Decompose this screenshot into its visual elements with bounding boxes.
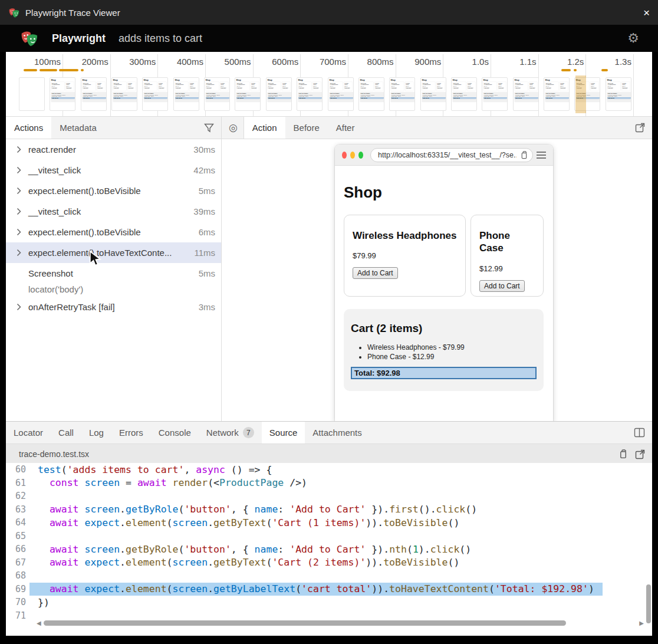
action-row[interactable]: react.render30ms — [6, 139, 221, 160]
thumbnail-cart: Cart (2 items)• Wireless Headphones - $7… — [514, 92, 538, 103]
tab-locator[interactable]: Locator — [6, 422, 51, 443]
tab-network[interactable]: Network7 — [199, 422, 262, 443]
traffic-light-minimize — [350, 152, 355, 159]
chevron-right-icon[interactable] — [17, 228, 28, 236]
thumbnail-cart: Cart (2 items)• Wireless Headphones - $7… — [267, 92, 291, 103]
thumbnail-product-card: Phone Case$12.99Add to Cart — [65, 82, 74, 91]
app-header: Playwright adds items to cart ⚙ — [0, 25, 658, 52]
timeline[interactable]: 100ms200ms300ms400ms500ms600ms700ms800ms… — [6, 52, 652, 117]
tab-actions[interactable]: Actions — [6, 117, 51, 139]
settings-gear-icon[interactable]: ⚙ — [627, 31, 639, 46]
horizontal-scrollbar[interactable]: ◀ ▶ — [6, 619, 652, 627]
timeline-thumbnail[interactable] — [19, 77, 45, 111]
timeline-thumbnail[interactable]: ShopWireless Headphones$79.99Add to Cart… — [111, 77, 137, 111]
timeline-thumbnail[interactable]: ShopWireless Headphones$79.99Add to Cart… — [235, 77, 261, 111]
scroll-left-icon[interactable]: ◀ — [37, 620, 41, 626]
action-row[interactable]: expect.element().toBeVisible5ms — [6, 180, 221, 201]
product-name: Phone Case — [479, 229, 535, 255]
tab-before[interactable]: Before — [285, 117, 328, 139]
open-external-icon[interactable] — [628, 117, 652, 139]
timeline-thumbnail[interactable]: ShopWireless Headphones$79.99Add to Cart… — [420, 77, 446, 111]
line-number: 61 — [6, 478, 29, 488]
thumbnail-shop-heading: Shop — [329, 79, 353, 81]
timeline-thumbnail[interactable]: ShopWireless Headphones$79.99Add to Cart… — [173, 77, 199, 111]
action-row[interactable]: expect.element().toHaveTextConte...11ms — [6, 242, 221, 263]
thumbnail-shop-heading: Shop — [483, 79, 508, 81]
tab-errors[interactable]: Errors — [111, 422, 151, 443]
vertical-scrollbar-thumb[interactable] — [646, 584, 651, 623]
action-row[interactable]: __vitest_click42ms — [6, 160, 221, 180]
copy-url-icon[interactable] — [520, 151, 528, 159]
code-text: await screen.getByRole('button', { name:… — [29, 543, 471, 556]
thumbnail-cart: Cart (2 items)• Wireless Headphones - $7… — [51, 92, 75, 103]
action-row[interactable]: expect.element().toBeVisible6ms — [6, 222, 221, 242]
timeline-action-bar — [574, 69, 577, 71]
timeline-thumbnail[interactable]: ShopWireless Headphones$79.99Add to Cart… — [297, 77, 323, 111]
tab-label: Errors — [119, 428, 143, 438]
tab-source[interactable]: Source — [262, 422, 305, 443]
timeline-thumbnail[interactable]: ShopWireless Headphones$79.99Add to Cart… — [328, 77, 354, 111]
browser-menu-icon[interactable] — [537, 152, 546, 159]
timeline-thumbnail[interactable]: ShopWireless Headphones$79.99Add to Cart… — [358, 77, 384, 111]
action-row[interactable]: Screenshot5ms — [6, 263, 221, 284]
product-card: Wireless Headphones $79.99 Add to Cart — [344, 215, 466, 297]
chevron-right-icon[interactable] — [17, 146, 28, 153]
action-duration: 11ms — [194, 248, 215, 258]
scrollbar-thumb[interactable] — [44, 620, 566, 626]
timeline-thumbnail[interactable]: ShopWireless Headphones$79.99Add to Cart… — [266, 77, 292, 111]
tab-after[interactable]: After — [328, 117, 363, 139]
thumbnail-shop-heading: Shop — [82, 79, 106, 81]
tab-metadata[interactable]: Metadata — [51, 117, 105, 139]
snapshot-tabs: ActionBeforeAfter — [244, 117, 363, 139]
action-row[interactable]: __vitest_click39ms — [6, 201, 221, 222]
add-to-cart-button[interactable]: Add to Cart — [353, 267, 398, 279]
tab-log[interactable]: Log — [81, 422, 111, 443]
scroll-right-icon[interactable]: ▶ — [639, 620, 644, 626]
timeline-thumbnail[interactable]: ShopWireless Headphones$79.99Add to Cart… — [482, 77, 508, 111]
tab-call[interactable]: Call — [51, 422, 81, 443]
timeline-tick-label: 1.0s — [445, 57, 489, 67]
thumbnail-product-card: Wireless Headphones$79.99Add to Cart — [298, 82, 312, 91]
chevron-right-icon[interactable] — [17, 166, 28, 174]
action-row[interactable]: onAfterRetryTask [fail]3ms — [6, 297, 221, 317]
tab-console[interactable]: Console — [151, 422, 199, 443]
tab-attachments[interactable]: Attachments — [305, 422, 369, 443]
tab-label: Source — [269, 428, 298, 438]
address-bar[interactable]: http://localhost:63315/__vitest_test__/?… — [370, 148, 533, 162]
chevron-right-icon[interactable] — [17, 208, 28, 215]
timeline-thumbnail[interactable]: ShopWireless Headphones$79.99Add to Cart… — [606, 77, 631, 111]
timeline-thumbnail[interactable]: ShopWireless Headphones$79.99Add to Cart… — [513, 77, 539, 111]
tab-action[interactable]: Action — [244, 117, 285, 139]
timeline-thumbnail[interactable]: ShopWireless Headphones$79.99Add to Cart… — [81, 77, 107, 111]
code-line: 69 await expect.element(screen.getByLabe… — [6, 583, 652, 596]
timeline-thumbnail[interactable]: ShopWireless Headphones$79.99Add to Cart… — [142, 77, 168, 111]
thumbnail-cart: Cart (2 items)• Wireless Headphones - $7… — [236, 92, 261, 103]
copy-source-icon[interactable] — [618, 449, 627, 459]
open-source-external-icon[interactable] — [635, 449, 645, 459]
timeline-selected-range[interactable] — [575, 75, 586, 113]
traffic-light-close — [342, 152, 347, 159]
code-line: 66 await screen.getByRole('button', { na… — [6, 543, 652, 556]
add-to-cart-button[interactable]: Add to Cart — [479, 280, 525, 292]
timeline-thumbnail[interactable]: ShopWireless Headphones$79.99Add to Cart… — [451, 77, 477, 111]
timeline-thumbnail[interactable]: ShopWireless Headphones$79.99Add to Cart… — [544, 77, 570, 111]
chevron-right-icon[interactable] — [17, 187, 28, 195]
timeline-thumbnail[interactable]: ShopWireless Headphones$79.99Add to Cart… — [50, 77, 75, 111]
chevron-right-icon[interactable] — [17, 303, 28, 311]
thumbnail-product-card: Phone Case$12.99Add to Cart — [498, 82, 506, 91]
line-number: 68 — [6, 570, 29, 581]
timeline-thumbnail[interactable]: ShopWireless Headphones$79.99Add to Cart… — [204, 77, 230, 111]
timeline-action-bar — [561, 69, 571, 71]
pick-locator-target-icon[interactable]: ◎ — [222, 117, 244, 139]
code-line: 60test('adds items to cart', async () =>… — [6, 463, 652, 477]
code-text: await screen.getByRole('button', { name:… — [29, 503, 477, 517]
action-label: onAfterRetryTask [fail] — [28, 302, 115, 312]
split-view-icon[interactable] — [627, 422, 652, 443]
app-content: 100ms200ms300ms400ms500ms600ms700ms800ms… — [6, 52, 652, 636]
thumbnail-product-card: Phone Case$12.99Add to Cart — [560, 82, 568, 91]
timeline-thumbnail[interactable]: ShopWireless Headphones$79.99Add to Cart… — [389, 77, 415, 111]
close-icon[interactable]: × — [643, 7, 650, 18]
timeline-tick-label: 200ms — [65, 57, 108, 67]
filter-icon[interactable] — [197, 117, 221, 139]
chevron-right-icon[interactable] — [17, 249, 28, 257]
